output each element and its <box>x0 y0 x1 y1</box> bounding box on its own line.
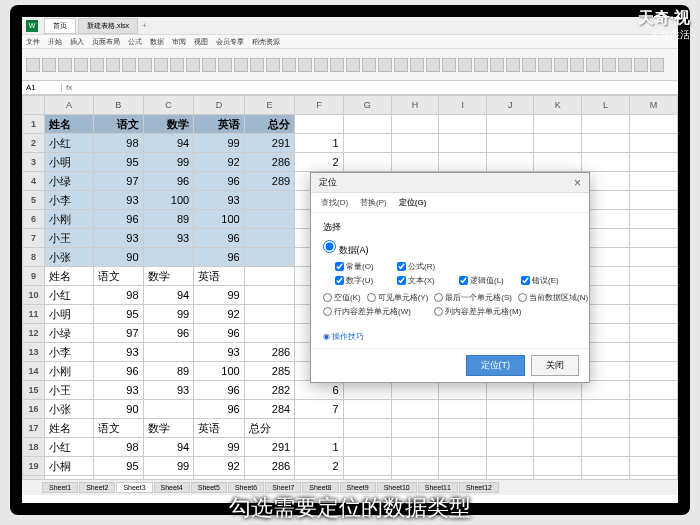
menu-item[interactable]: 公式 <box>128 37 142 47</box>
cell[interactable] <box>582 381 630 400</box>
cell[interactable]: 姓名 <box>44 419 93 438</box>
cell[interactable]: 小明 <box>44 305 93 324</box>
toolbar-button[interactable] <box>90 58 104 72</box>
col-header[interactable]: F <box>295 96 343 115</box>
row-header[interactable]: 10 <box>23 286 45 305</box>
cell[interactable] <box>343 438 391 457</box>
cell[interactable] <box>244 229 295 248</box>
cell[interactable]: 99 <box>143 305 194 324</box>
cell[interactable] <box>629 419 677 438</box>
toolbar-button[interactable] <box>298 58 312 72</box>
sheet-tab[interactable]: Sheet10 <box>377 482 417 493</box>
col-header[interactable]: H <box>391 96 439 115</box>
toolbar-button[interactable] <box>602 58 616 72</box>
tab-goto[interactable]: 定位(G) <box>399 197 427 208</box>
toolbar-button[interactable] <box>378 58 392 72</box>
cell[interactable]: 小桐 <box>44 457 93 476</box>
cell[interactable] <box>582 419 630 438</box>
cell[interactable]: 90 <box>94 248 144 267</box>
toolbar-button[interactable] <box>26 58 40 72</box>
toolbar-button[interactable] <box>506 58 520 72</box>
cell[interactable]: 97 <box>94 324 144 343</box>
cell[interactable] <box>486 134 534 153</box>
cell[interactable]: 小刚 <box>44 210 93 229</box>
cell[interactable] <box>629 286 677 305</box>
cell[interactable]: 小红 <box>44 438 93 457</box>
toolbar-button[interactable] <box>538 58 552 72</box>
menu-item[interactable]: 数据 <box>150 37 164 47</box>
cell[interactable]: 小绿 <box>44 324 93 343</box>
col-header[interactable]: C <box>143 96 194 115</box>
menu-item[interactable]: 稻壳资源 <box>252 37 280 47</box>
cell[interactable]: 285 <box>244 362 295 381</box>
row-header[interactable]: 7 <box>23 229 45 248</box>
goto-button[interactable]: 定位(T) <box>466 355 526 376</box>
chk-err[interactable]: 错误(E) <box>521 275 577 286</box>
cell[interactable] <box>629 153 677 172</box>
toolbar-button[interactable] <box>266 58 280 72</box>
cell[interactable]: 100 <box>194 362 245 381</box>
row-header[interactable]: 2 <box>23 134 45 153</box>
cell[interactable]: 97 <box>94 172 144 191</box>
cell[interactable]: 93 <box>94 343 144 362</box>
menu-item[interactable]: 页面布局 <box>92 37 120 47</box>
cell[interactable] <box>629 229 677 248</box>
radio-data[interactable]: 数据(A) <box>323 245 369 255</box>
cell[interactable]: 94 <box>143 134 194 153</box>
cell[interactable] <box>582 134 630 153</box>
col-header[interactable]: I <box>439 96 486 115</box>
cell[interactable]: 93 <box>94 381 144 400</box>
sheet-tab[interactable]: Sheet6 <box>228 482 264 493</box>
row-header[interactable]: 15 <box>23 381 45 400</box>
toolbar-button[interactable] <box>410 58 424 72</box>
cell[interactable] <box>629 115 677 134</box>
cell[interactable]: 98 <box>94 134 144 153</box>
toolbar-button[interactable] <box>554 58 568 72</box>
cell[interactable] <box>629 172 677 191</box>
cell[interactable]: 96 <box>194 248 245 267</box>
cell[interactable] <box>244 191 295 210</box>
cell[interactable]: 1 <box>295 438 343 457</box>
cell[interactable] <box>343 134 391 153</box>
cell[interactable]: 96 <box>94 210 144 229</box>
cell[interactable]: 99 <box>194 438 245 457</box>
sheet-tab[interactable]: Sheet7 <box>265 482 301 493</box>
toolbar-button[interactable] <box>426 58 440 72</box>
cell[interactable] <box>439 400 486 419</box>
cell[interactable]: 96 <box>194 229 245 248</box>
cell[interactable] <box>343 419 391 438</box>
cell[interactable] <box>629 343 677 362</box>
cell[interactable]: 7 <box>295 400 343 419</box>
cell[interactable] <box>629 457 677 476</box>
cell[interactable]: 96 <box>194 400 245 419</box>
cell[interactable]: 英语 <box>194 267 245 286</box>
cell[interactable] <box>391 134 439 153</box>
cell[interactable]: 6 <box>295 381 343 400</box>
cell[interactable] <box>244 267 295 286</box>
cell[interactable]: 289 <box>244 172 295 191</box>
cell[interactable] <box>534 400 582 419</box>
tab-add[interactable]: + <box>142 21 147 30</box>
tab-replace[interactable]: 替换(P) <box>360 197 387 208</box>
sheet-tab[interactable]: Sheet3 <box>116 482 152 493</box>
cell[interactable] <box>629 400 677 419</box>
cell[interactable]: 286 <box>244 343 295 362</box>
cell[interactable]: 小刚 <box>44 362 93 381</box>
toolbar-button[interactable] <box>330 58 344 72</box>
cell[interactable] <box>143 248 194 267</box>
cell[interactable] <box>486 419 534 438</box>
cell[interactable]: 100 <box>143 191 194 210</box>
cell[interactable]: 小王 <box>44 381 93 400</box>
toolbar-button[interactable] <box>202 58 216 72</box>
col-header[interactable]: A <box>44 96 93 115</box>
cell[interactable]: 94 <box>143 286 194 305</box>
cell[interactable] <box>486 381 534 400</box>
cell[interactable]: 小张 <box>44 400 93 419</box>
cell[interactable]: 语文 <box>94 267 144 286</box>
cell[interactable]: 数学 <box>143 115 194 134</box>
row-header[interactable]: 5 <box>23 191 45 210</box>
cell[interactable]: 小红 <box>44 286 93 305</box>
cell[interactable]: 95 <box>94 457 144 476</box>
cell[interactable] <box>391 438 439 457</box>
cell[interactable] <box>582 153 630 172</box>
